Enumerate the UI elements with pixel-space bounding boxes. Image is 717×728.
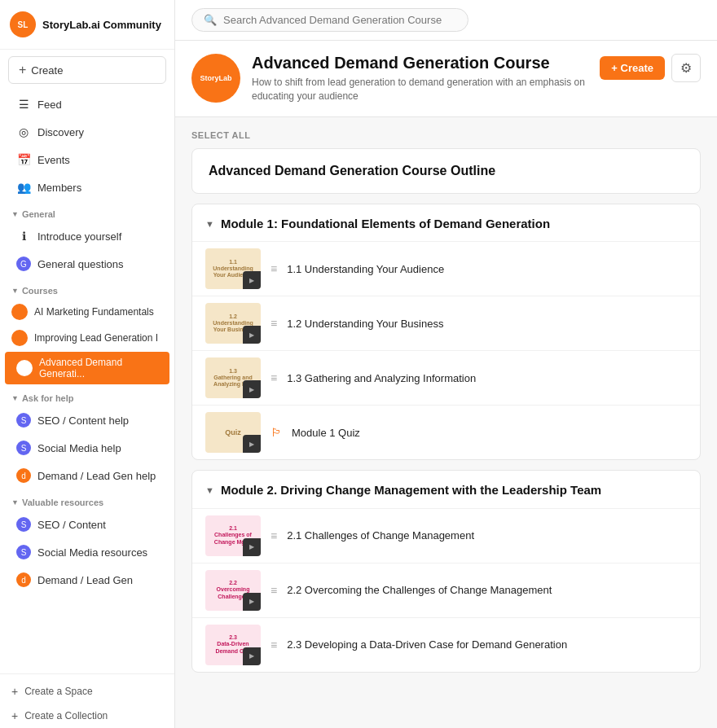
- app-logo: SL: [10, 11, 36, 37]
- drag-handle-icon: ≡: [271, 317, 277, 330]
- select-all-label: SELECT ALL: [191, 130, 701, 140]
- sidebar-item-events[interactable]: 📅 Events: [5, 147, 169, 173]
- sidebar-item-social-media-res[interactable]: S Social Media resources: [5, 539, 169, 565]
- drag-handle-icon: ≡: [271, 371, 277, 384]
- sidebar-item-label: Feed: [37, 99, 62, 111]
- lesson-title: 2.1 Challenges of Change Management: [287, 529, 474, 542]
- lesson-row[interactable]: 1.3Gathering andAnalyzing Info ▶ ≡ 1.3 G…: [192, 350, 700, 405]
- plus-icon: +: [11, 709, 18, 722]
- quiz-row[interactable]: Quiz ▶ 🏳 Module 1 Quiz: [192, 405, 700, 459]
- thumb-corner: ▶: [243, 538, 261, 556]
- create-space-label: Create a Space: [24, 686, 92, 697]
- sidebar-item-seo-content-res[interactable]: S SEO / Content: [5, 511, 169, 537]
- sidebar-item-demand-lead-help[interactable]: d Demand / Lead Gen help: [5, 463, 169, 489]
- module-2-title: Module 2. Driving Change Management with…: [221, 482, 601, 498]
- module-2-card: ▼ Module 2. Driving Change Management wi…: [191, 470, 701, 673]
- lesson-row[interactable]: 1.2UnderstandingYour Business ▶ ≡ 1.2 Un…: [192, 296, 700, 350]
- module-chevron-icon: ▼: [205, 219, 214, 229]
- create-space-item[interactable]: + Create a Space: [0, 679, 174, 704]
- course-dot: [11, 304, 28, 320]
- thumb-corner: ▶: [243, 435, 261, 453]
- lesson-title: 2.2 Overcoming the Challenges of Change …: [287, 584, 552, 596]
- lesson-thumbnail: 2.3Data-DrivenDemand Gen ▶: [205, 625, 261, 665]
- lesson-row[interactable]: 2.2OvercomingChallenges ▶ ≡ 2.2 Overcomi…: [192, 563, 700, 617]
- sidebar-item-demand-lead-res[interactable]: d Demand / Lead Gen: [5, 567, 169, 593]
- content-area: SELECT ALL Advanced Demand Generation Co…: [175, 117, 717, 695]
- course-info: Advanced Demand Generation Course How to…: [252, 54, 588, 103]
- drag-handle-icon: ≡: [271, 529, 277, 542]
- lesson-title: 1.1 Understanding Your Audience: [287, 263, 444, 275]
- sidebar-header: SL StoryLab.ai Community: [0, 0, 174, 50]
- sidebar-item-label: Advanced Demand Generati...: [39, 357, 158, 379]
- lesson-title: 1.3 Gathering and Analyzing Information: [287, 372, 476, 384]
- module-1-title: Module 1: Foundational Elements of Deman…: [221, 216, 550, 232]
- chevron-icon: ▼: [11, 394, 19, 402]
- module-1-header: ▼ Module 1: Foundational Elements of Dem…: [192, 204, 700, 242]
- course-dot-active: [16, 360, 33, 376]
- lesson-thumbnail: 1.1UnderstandingYour Audience ▶: [205, 248, 261, 289]
- thumb-corner: ▶: [243, 593, 261, 611]
- chevron-icon: ▼: [11, 287, 19, 295]
- create-course-button[interactable]: + Create: [600, 56, 665, 80]
- sidebar-item-label: Improving Lead Generation I: [34, 332, 158, 344]
- lesson-thumbnail: 2.1Challenges ofChange Mgmt ▶: [205, 515, 261, 556]
- chevron-icon: ▼: [11, 498, 19, 507]
- sidebar-item-social-media-help[interactable]: S Social Media help: [5, 435, 169, 461]
- sidebar-item-label: Social Media help: [37, 442, 121, 454]
- sidebar-item-improving-lead[interactable]: Improving Lead Generation I: [0, 325, 174, 351]
- course-header: StoryLab Advanced Demand Generation Cour…: [175, 41, 717, 117]
- sidebar-item-seo-content-help[interactable]: S SEO / Content help: [5, 407, 169, 433]
- app-title: StoryLab.ai Community: [42, 19, 161, 31]
- sidebar-item-discovery[interactable]: ◎ Discovery: [5, 119, 169, 145]
- sidebar: SL StoryLab.ai Community + Create ☰ Feed…: [0, 0, 175, 728]
- sidebar-item-feed[interactable]: ☰ Feed: [5, 91, 169, 117]
- sidebar-item-ai-marketing[interactable]: AI Marketing Fundamentals: [0, 299, 174, 325]
- sidebar-item-label: Social Media resources: [37, 546, 147, 559]
- demand-icon: d: [16, 468, 31, 483]
- create-collection-label: Create a Collection: [24, 710, 108, 721]
- lesson-row[interactable]: 1.1UnderstandingYour Audience ▶ ≡ 1.1 Un…: [192, 241, 700, 296]
- sidebar-item-introduce[interactable]: ℹ Introduce yourself: [5, 223, 169, 249]
- seo-icon: S: [16, 413, 31, 428]
- outline-card: Advanced Demand Generation Course Outlin…: [191, 148, 701, 194]
- sidebar-item-label: Members: [37, 182, 81, 194]
- top-bar: 🔍: [175, 0, 717, 41]
- create-collection-item[interactable]: + Create a Collection: [0, 704, 174, 728]
- search-input[interactable]: [223, 14, 456, 26]
- course-description: How to shift from lead generation to dem…: [252, 76, 588, 103]
- lesson-thumbnail: 2.2OvercomingChallenges ▶: [205, 570, 261, 611]
- drag-handle-icon: ≡: [271, 584, 277, 597]
- create-button[interactable]: + Create: [8, 56, 166, 84]
- section-general: ▼ General: [0, 201, 174, 222]
- search-box[interactable]: 🔍: [191, 8, 468, 32]
- module-2-header: ▼ Module 2. Driving Change Management wi…: [192, 471, 700, 508]
- lesson-row[interactable]: 2.1Challenges ofChange Mgmt ▶ ≡ 2.1 Chal…: [192, 508, 700, 563]
- thumb-corner: ▶: [243, 647, 261, 665]
- lesson-title: 1.2 Understanding Your Business: [287, 318, 443, 330]
- sidebar-item-label: Demand / Lead Gen help: [37, 470, 156, 482]
- search-icon: 🔍: [204, 14, 217, 26]
- sidebar-item-general-questions[interactable]: G General questions: [5, 251, 169, 277]
- sidebar-item-label: AI Marketing Fundamentals: [34, 306, 154, 318]
- lesson-thumbnail: Quiz ▶: [205, 412, 261, 453]
- sidebar-item-label: Events: [37, 154, 70, 166]
- events-icon: 📅: [16, 152, 31, 167]
- settings-button[interactable]: ⚙: [671, 54, 701, 82]
- course-dot: [11, 330, 28, 346]
- gear-icon: ⚙: [680, 61, 692, 75]
- lesson-row[interactable]: 2.3Data-DrivenDemand Gen ▶ ≡ 2.3 Develop…: [192, 617, 700, 672]
- chevron-icon: ▼: [11, 210, 19, 218]
- main-content: 🔍 StoryLab Advanced Demand Generation Co…: [175, 0, 717, 728]
- lesson-title: Module 1 Quiz: [292, 427, 360, 439]
- drag-handle-icon: ≡: [271, 638, 277, 651]
- feed-icon: ☰: [16, 97, 31, 112]
- lesson-thumbnail: 1.3Gathering andAnalyzing Info ▶: [205, 357, 261, 398]
- lesson-thumbnail: 1.2UnderstandingYour Business ▶: [205, 303, 261, 344]
- section-resources: ▼ Valuable resources: [0, 489, 174, 511]
- sidebar-item-label: SEO / Content help: [37, 414, 129, 427]
- social-icon: S: [16, 441, 31, 455]
- outline-title: Advanced Demand Generation Course Outlin…: [209, 164, 684, 178]
- lesson-title: 2.3 Developing a Data-Driven Case for De…: [287, 638, 567, 651]
- sidebar-item-members[interactable]: 👥 Members: [5, 174, 169, 200]
- sidebar-item-advanced-demand[interactable]: Advanced Demand Generati...: [5, 352, 169, 384]
